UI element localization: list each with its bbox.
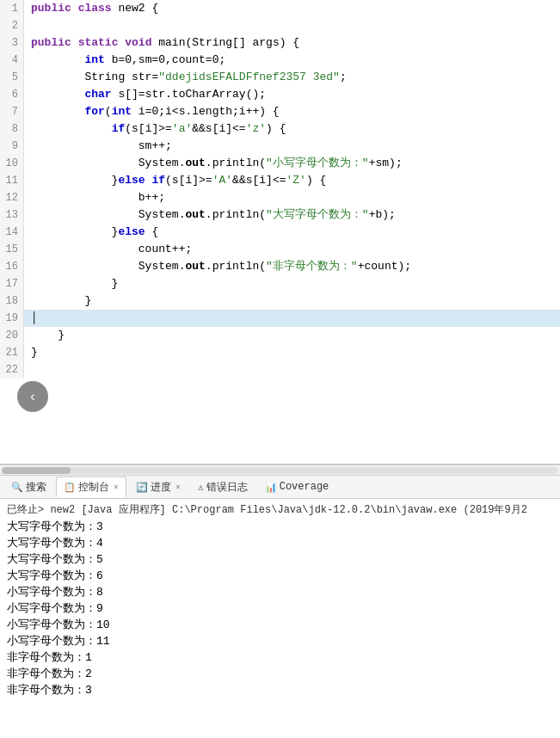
line-content-2 (24, 17, 560, 34)
code-editor: 1 public class new2 { 2 3 public static … (0, 0, 560, 464)
line-content-14: }else { (24, 224, 560, 241)
line-num-9: 9 (0, 138, 24, 155)
console-output-line-9: 非字母个数为：1 (7, 649, 553, 666)
line-content-7: for(int i=0;i<s.length;i++) { (24, 103, 560, 120)
line-content-22 (24, 361, 560, 378)
errors-icon: ⚠ (198, 482, 204, 493)
code-line-7: 7 for(int i=0;i<s.length;i++) { (0, 103, 560, 120)
code-line-10: 10 System.out.println("小写字母个数为："+sm); (0, 155, 560, 172)
line-content-4: int b=0,sm=0,count=0; (24, 52, 560, 69)
line-content-15: count++; (24, 241, 560, 258)
tab-search-label: 搜索 (26, 480, 46, 495)
code-line-9: 9 sm++; (0, 138, 560, 155)
line-content-17: } (24, 275, 560, 292)
tab-progress[interactable]: 🔄 进度 ✕ (128, 477, 188, 497)
line-content-18: } (24, 292, 560, 310)
line-num-17: 17 (0, 275, 24, 292)
progress-tab-close[interactable]: ✕ (175, 482, 181, 492)
tab-errors-label: 错误日志 (206, 480, 248, 495)
tab-console[interactable]: 📋 控制台 ✕ (56, 477, 126, 497)
progress-icon: 🔄 (136, 482, 148, 493)
tab-bar: 🔍 搜索 📋 控制台 ✕ 🔄 进度 ✕ ⚠ 错误日志 📊 Coverage (0, 475, 560, 499)
line-num-14: 14 (0, 224, 24, 241)
line-num-22: 22 (0, 361, 24, 378)
tab-progress-label: 进度 (151, 480, 171, 495)
code-line-6: 6 char s[]=str.toCharArray(); (0, 86, 560, 103)
code-line-15: 15 count++; (0, 241, 560, 258)
code-line-14: 14 }else { (0, 224, 560, 241)
console-output-line-10: 非字母个数为：2 (7, 666, 553, 682)
scrollbar-track (2, 467, 558, 474)
line-num-16: 16 (0, 258, 24, 275)
line-content-20: } (24, 327, 560, 344)
console-output-line-3: 大写字母个数为：5 (7, 551, 553, 568)
code-line-4: 4 int b=0,sm=0,count=0; (0, 52, 560, 69)
code-line-1: 1 public class new2 { (0, 0, 560, 17)
console-output-line-7: 小写字母个数为：10 (7, 617, 553, 633)
tab-console-label: 控制台 (78, 480, 109, 495)
console-output-line-2: 大写字母个数为：4 (7, 535, 553, 551)
line-num-5: 5 (0, 69, 24, 86)
line-num-11: 11 (0, 172, 24, 189)
console-icon: 📋 (64, 482, 76, 493)
line-num-3: 3 (0, 34, 24, 52)
line-num-2: 2 (0, 17, 24, 34)
console-output-line-4: 大写字母个数为：6 (7, 568, 553, 584)
code-line-16: 16 System.out.println("非字母个数为："+count); (0, 258, 560, 275)
code-horizontal-scrollbar[interactable] (0, 464, 560, 475)
console-output-line-6: 小写字母个数为：9 (7, 600, 553, 617)
tab-search[interactable]: 🔍 搜索 (3, 477, 54, 497)
line-num-8: 8 (0, 120, 24, 138)
line-num-21: 21 (0, 344, 24, 361)
line-content-21: } (24, 344, 560, 361)
line-content-6: char s[]=str.toCharArray(); (24, 86, 560, 103)
line-content-13: System.out.println("大写字母个数为："+b); (24, 206, 560, 224)
code-line-8: 8 if(s[i]>='a'&&s[i]<='z') { (0, 120, 560, 138)
line-num-6: 6 (0, 86, 24, 103)
line-num-15: 15 (0, 241, 24, 258)
line-content-8: if(s[i]>='a'&&s[i]<='z') { (24, 120, 560, 138)
line-num-1: 1 (0, 0, 24, 17)
line-num-4: 4 (0, 52, 24, 69)
code-line-17: 17 } (0, 275, 560, 292)
code-line-19: 19 │ (0, 310, 560, 327)
code-line-5: 5 String str="ddejidsEFALDFfnef2357 3ed"… (0, 69, 560, 86)
line-num-13: 13 (0, 206, 24, 224)
line-content-11: }else if(s[i]>='A'&&s[i]<='Z') { (24, 172, 560, 189)
line-num-19: 19 (0, 310, 24, 327)
console-status-line: 已终止> new2 [Java 应用程序] C:\Program Files\J… (7, 502, 553, 519)
code-line-13: 13 System.out.println("大写字母个数为："+b); (0, 206, 560, 224)
line-content-1: public class new2 { (24, 0, 560, 17)
line-content-16: System.out.println("非字母个数为："+count); (24, 258, 560, 275)
scrollbar-thumb[interactable] (2, 467, 71, 474)
console-output: 已终止> new2 [Java 应用程序] C:\Program Files\J… (0, 499, 560, 738)
line-content-5: String str="ddejidsEFALDFfnef2357 3ed"; (24, 69, 560, 86)
code-line-20: 20 } (0, 327, 560, 344)
line-num-12: 12 (0, 189, 24, 206)
line-num-10: 10 (0, 155, 24, 172)
line-content-19: │ (24, 310, 560, 327)
back-button[interactable]: ‹ (17, 381, 48, 412)
search-icon: 🔍 (11, 482, 23, 493)
code-line-22: 22 (0, 361, 560, 378)
code-line-21: 21 } (0, 344, 560, 361)
coverage-icon: 📊 (265, 482, 277, 493)
console-output-line-11: 非字母个数为：3 (7, 682, 553, 698)
code-line-18: 18 } (0, 292, 560, 310)
line-content-10: System.out.println("小写字母个数为："+sm); (24, 155, 560, 172)
code-line-2: 2 (0, 17, 560, 34)
console-output-line-1: 大写字母个数为：3 (7, 519, 553, 535)
tab-coverage-label: Coverage (280, 481, 329, 493)
code-line-11: 11 }else if(s[i]>='A'&&s[i]<='Z') { (0, 172, 560, 189)
code-line-3: 3 public static void main(String[] args)… (0, 34, 560, 52)
console-tab-close[interactable]: ✕ (114, 482, 119, 492)
line-content-12: b++; (24, 189, 560, 206)
line-content-3: public static void main(String[] args) { (24, 34, 560, 52)
line-content-9: sm++; (24, 138, 560, 155)
console-output-line-5: 小写字母个数为：8 (7, 584, 553, 600)
tab-errors[interactable]: ⚠ 错误日志 (190, 477, 255, 497)
tab-coverage[interactable]: 📊 Coverage (257, 477, 337, 497)
code-line-12: 12 b++; (0, 189, 560, 206)
line-num-18: 18 (0, 292, 24, 310)
code-lines: 1 public class new2 { 2 3 public static … (0, 0, 560, 378)
